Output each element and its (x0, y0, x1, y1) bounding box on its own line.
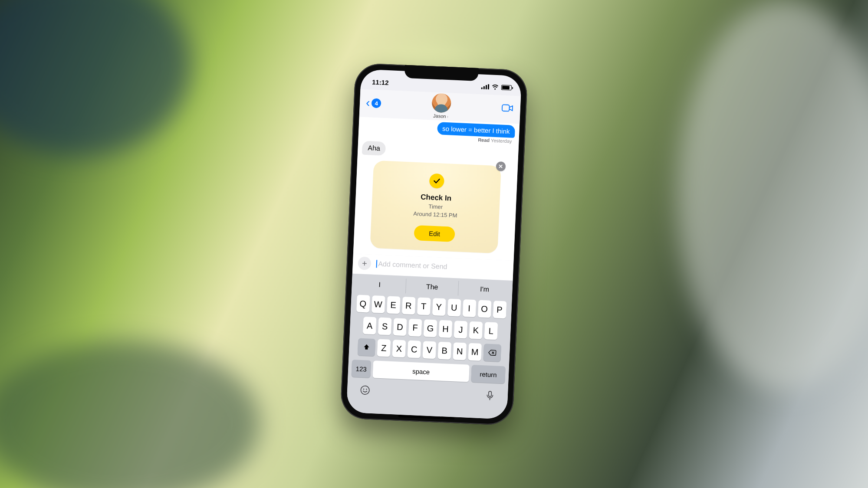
key-y[interactable]: Y (432, 298, 446, 315)
chevron-left-icon: ‹ (365, 96, 370, 108)
key-i[interactable]: I (462, 299, 476, 317)
key-x[interactable]: X (392, 340, 406, 357)
wifi-icon (492, 84, 499, 90)
backspace-icon (488, 348, 497, 357)
iphone-device-frame: 11:12 ‹ 4 Jason › (340, 62, 528, 426)
key-row-4: 123 space return (349, 359, 507, 383)
key-j[interactable]: J (454, 321, 468, 338)
svg-rect-4 (489, 391, 492, 396)
sent-message-bubble[interactable]: so lower = better I think (437, 122, 516, 138)
checkin-icon-badge (429, 173, 444, 188)
key-shift[interactable] (358, 338, 376, 356)
message-input-placeholder: Add comment or Send (378, 260, 447, 270)
checkin-edit-button[interactable]: Edit (414, 225, 455, 242)
key-c[interactable]: C (408, 340, 421, 358)
key-d[interactable]: D (393, 318, 407, 336)
key-row-2: A S D F G H J K L (352, 316, 509, 340)
key-t[interactable]: T (417, 297, 431, 315)
key-z[interactable]: Z (377, 339, 391, 357)
key-row-1: Q W E R T Y U I O P (352, 294, 510, 318)
prediction-3[interactable]: I'm (458, 281, 511, 298)
chevron-right-icon: › (447, 114, 448, 118)
key-a[interactable]: A (363, 317, 377, 334)
shift-icon (362, 343, 371, 351)
prediction-1[interactable]: I (353, 276, 406, 293)
message-input[interactable]: Add comment or Send (375, 258, 508, 275)
cellular-signal-icon (481, 84, 490, 89)
svg-point-3 (366, 389, 367, 390)
key-r[interactable]: R (401, 296, 415, 314)
key-o[interactable]: O (477, 300, 491, 318)
battery-icon (501, 85, 512, 90)
close-icon: ✕ (498, 163, 503, 169)
key-v[interactable]: V (422, 341, 436, 359)
key-p[interactable]: P (493, 301, 506, 318)
key-u[interactable]: U (447, 298, 461, 316)
facetime-button[interactable] (501, 103, 514, 115)
key-n[interactable]: N (453, 342, 467, 360)
contact-name-label: Jason (433, 113, 446, 118)
conversation-scroll[interactable]: so lower = better I think Read Yesterday… (353, 117, 519, 261)
unread-count-badge: 4 (372, 98, 381, 108)
video-camera-icon (501, 103, 514, 113)
checkin-card[interactable]: Check In Timer Around 12:15 PM Edit (370, 160, 501, 253)
remove-attachment-button[interactable]: ✕ (496, 161, 506, 171)
emoji-icon (359, 384, 371, 396)
key-b[interactable]: B (437, 341, 451, 359)
checkmark-icon (433, 177, 441, 185)
status-time: 11:12 (372, 78, 389, 86)
svg-rect-0 (502, 105, 510, 111)
svg-point-1 (361, 386, 369, 394)
key-w[interactable]: W (371, 295, 385, 313)
key-return[interactable]: return (471, 365, 506, 383)
contact-header[interactable]: Jason › (431, 93, 451, 119)
received-message-bubble[interactable]: Aha (362, 141, 386, 155)
predictive-text-bar: I The I'm (353, 276, 511, 298)
microphone-icon (484, 390, 496, 401)
apps-plus-button[interactable]: + (358, 256, 371, 270)
checkin-attachment: ✕ Check In Timer Around 12:15 PM Edit (370, 160, 501, 253)
key-h[interactable]: H (439, 320, 453, 337)
prediction-2[interactable]: The (406, 278, 459, 295)
key-e[interactable]: E (386, 296, 400, 314)
emoji-keyboard-button[interactable] (359, 384, 371, 397)
plus-icon: + (362, 258, 368, 268)
key-q[interactable]: Q (356, 295, 370, 312)
key-s[interactable]: S (378, 317, 392, 335)
avatar (431, 93, 451, 113)
key-row-3: Z X C V B N M (351, 337, 508, 362)
key-numeric[interactable]: 123 (351, 360, 371, 378)
svg-point-2 (363, 388, 365, 390)
screen: 11:12 ‹ 4 Jason › (346, 69, 522, 419)
dictation-button[interactable] (484, 390, 496, 403)
back-button[interactable]: ‹ 4 (365, 96, 381, 109)
key-space[interactable]: space (372, 360, 470, 382)
key-g[interactable]: G (424, 319, 437, 337)
key-f[interactable]: F (408, 318, 422, 336)
key-delete[interactable] (483, 344, 501, 362)
key-m[interactable]: M (468, 343, 482, 360)
key-k[interactable]: K (469, 321, 483, 339)
key-l[interactable]: L (484, 322, 498, 340)
keyboard: I The I'm Q W E R T Y U I O P A S D F (346, 273, 513, 419)
